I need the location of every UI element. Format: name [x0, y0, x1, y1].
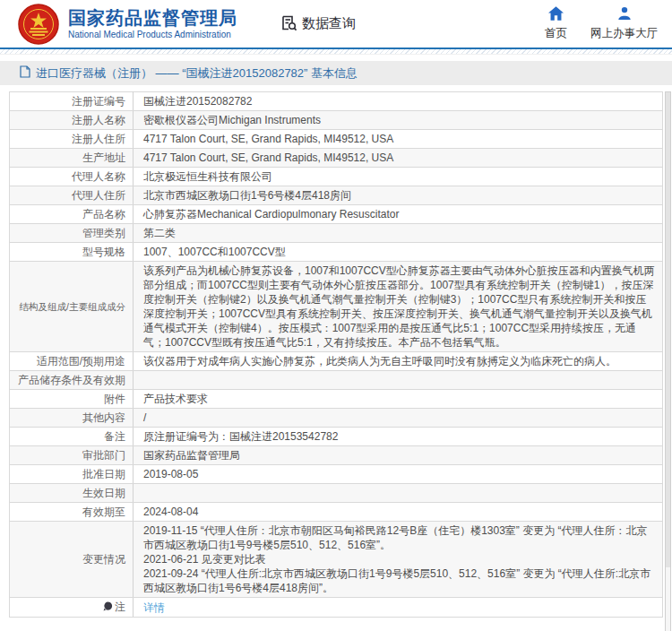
row-value: 4717 Talon Court, SE, Grand Rapids, MI49… — [134, 149, 663, 168]
org-name-en: National Medical Products Administration — [68, 29, 237, 40]
user-icon — [617, 6, 632, 23]
row-label: 产品储存条件及有效期 — [10, 371, 134, 390]
row-value: / — [134, 409, 663, 428]
table-row: 备注 原注册证编号为：国械注进20153542782 — [10, 428, 663, 446]
row-value: 该仪器用于对成年病人实施心肺复苏，此类病人为无自主呼吸同时没有脉搏定义为临床死亡… — [134, 352, 663, 371]
row-value: 密歇根仪器公司Michigan Instruments — [134, 111, 663, 130]
row-label: 审批部门 — [10, 446, 134, 465]
row-value: 该系列产品为机械心肺复苏设备，1007和1007CCV型心肺复苏器主要由气动体外… — [134, 262, 663, 352]
table-row: 注册人名称 密歇根仪器公司Michigan Instruments — [10, 111, 663, 130]
row-label: 变更情况 — [10, 522, 134, 598]
breadcrumb-title: 进口医疗器械（注册） —— “国械注进20152082782” 基本信息 — [36, 65, 358, 82]
row-label-text: 产品储存条件及有效期 — [18, 374, 125, 386]
table-row: 代理人住所 北京市西城区教场口街1号6号楼4层418房间 — [10, 186, 663, 205]
nav-home-label: 首页 — [545, 26, 567, 41]
table-row: 有效期至 2024-08-04 — [10, 503, 663, 522]
row-label-text: 代理人名称 — [72, 170, 125, 183]
breadcrumb: 进口医疗器械（注册） —— “国械注进20152082782” 基本信息 — [0, 61, 672, 85]
row-value: 北京市西城区教场口街1号6号楼4层418房间 — [134, 186, 663, 205]
table-row: 注 详情 — [10, 598, 663, 618]
table-row: 结构及组成/主要组成成分 该系列产品为机械心肺复苏设备，1007和1007CCV… — [10, 262, 663, 352]
row-value: 心肺复苏器Mechanical Cardiopulmonary Resuscit… — [134, 205, 663, 224]
nav-hall-label: 网上办事大厅 — [590, 26, 658, 41]
table-row: 附件 产品技术要求 — [10, 390, 663, 409]
row-label: 代理人住所 — [10, 186, 134, 205]
row-label: 适用范围/预期用途 — [10, 352, 134, 371]
nav-service-hall[interactable]: 网上办事大厅 — [590, 6, 658, 41]
row-label-text: 适用范围/预期用途 — [37, 355, 125, 367]
row-label: 生效日期 — [10, 484, 134, 503]
row-label-text: 有效期至 — [82, 506, 125, 518]
row-label-text: 生效日期 — [82, 487, 125, 499]
data-query-label: 数据查询 — [302, 15, 356, 32]
info-table-body: 注册证编号 国械注进20152082782 注册人名称 密歇根仪器公司Michi… — [10, 92, 663, 618]
row-label-text: 代理人住所 — [72, 189, 125, 202]
row-value: 2019-11-15 “代理人住所：北京市朝阳区马甸裕民路12号B座（住宅）楼1… — [134, 522, 663, 598]
row-label: 型号规格 — [10, 243, 134, 262]
nav-home[interactable]: 首页 — [545, 6, 567, 41]
table-row: 产品名称 心肺复苏器Mechanical Cardiopulmonary Res… — [10, 205, 663, 224]
table-row: 其他内容 / — [10, 409, 663, 428]
row-value: 第二类 — [134, 224, 663, 243]
row-label-text: 变更情况 — [82, 553, 125, 566]
row-label-text: 结构及组成/主要组成成分 — [20, 301, 125, 312]
row-label-text: 注册人名称 — [72, 114, 125, 126]
row-label: 生产地址 — [10, 149, 134, 168]
row-label: 注 — [10, 598, 134, 618]
table-row: 适用范围/预期用途 该仪器用于对成年病人实施心肺复苏，此类病人为无自主呼吸同时没… — [10, 352, 663, 371]
org-name: 国家药品监督管理局 — [68, 7, 237, 29]
row-value: 国械注进20152082782 — [134, 92, 663, 111]
row-label: 代理人名称 — [10, 168, 134, 186]
row-label: 产品名称 — [10, 205, 134, 224]
row-label: 附件 — [10, 390, 134, 409]
table-row: 型号规格 1007、1007CC和1007CCV型 — [10, 243, 663, 262]
table-row: 产品储存条件及有效期 — [10, 371, 663, 390]
row-label: 注册证编号 — [10, 92, 134, 111]
row-label-text: 管理类别 — [82, 227, 125, 239]
table-row: 注册证编号 国械注进20152082782 — [10, 92, 663, 111]
nav-data-query[interactable]: 数据查询 — [280, 14, 356, 34]
row-label-text: 注册人住所 — [72, 133, 125, 145]
row-label-text: 生产地址 — [82, 151, 125, 164]
row-label: 注册人住所 — [10, 130, 134, 149]
row-value: 北京极远恒生科技有限公司 — [134, 168, 663, 186]
row-label-text: 其他内容 — [82, 411, 125, 424]
site-header: 国家药品监督管理局 National Medical Products Admi… — [0, 0, 672, 48]
header-nav: 首页 网上办事大厅 — [545, 6, 658, 41]
table-row: 变更情况 2019-11-15 “代理人住所：北京市朝阳区马甸裕民路12号B座（… — [10, 522, 663, 598]
table-row: 代理人名称 北京极远恒生科技有限公司 — [10, 168, 663, 186]
table-row: 注册人住所 4717 Talon Court, SE, Grand Rapids… — [10, 130, 663, 149]
table-row: 管理类别 第二类 — [10, 224, 663, 243]
detail-link[interactable]: 详情 — [143, 601, 165, 614]
row-value: 4717 Talon Court, SE, Grand Rapids, MI49… — [134, 130, 663, 149]
row-label: 备注 — [10, 428, 134, 446]
row-value: 产品技术要求 — [134, 390, 663, 409]
row-label: 有效期至 — [10, 503, 134, 522]
table-row: 批准日期 2019-08-05 — [10, 465, 663, 484]
row-label: 管理类别 — [10, 224, 134, 243]
row-label-text: 审批部门 — [82, 449, 125, 462]
row-value: 2019-08-05 — [134, 465, 663, 484]
row-value — [134, 484, 663, 503]
note-icon — [103, 601, 113, 615]
national-emblem-icon — [18, 4, 59, 45]
row-value — [134, 371, 663, 390]
row-label-text: 批准日期 — [82, 468, 125, 480]
row-label: 结构及组成/主要组成成分 — [10, 262, 134, 352]
row-label-text: 备注 — [104, 430, 125, 443]
home-icon — [548, 6, 564, 23]
row-label: 其他内容 — [10, 409, 134, 428]
scrollbar-track[interactable] — [665, 91, 671, 631]
scrollbar-thumb[interactable] — [666, 92, 670, 567]
row-label-text: 注 — [115, 601, 125, 613]
row-label-text: 注册证编号 — [72, 95, 125, 108]
table-row: 生产地址 4717 Talon Court, SE, Grand Rapids,… — [10, 149, 663, 168]
info-table: 注册证编号 国械注进20152082782 注册人名称 密歇根仪器公司Michi… — [9, 91, 663, 618]
document-icon — [20, 65, 30, 82]
row-label-text: 附件 — [104, 393, 125, 405]
site-logo[interactable]: 国家药品监督管理局 National Medical Products Admi… — [18, 4, 237, 45]
header-hatch-band — [0, 49, 672, 55]
row-value: 1007、1007CC和1007CCV型 — [134, 243, 663, 262]
row-label: 批准日期 — [10, 465, 134, 484]
row-value: 详情 — [134, 598, 663, 618]
